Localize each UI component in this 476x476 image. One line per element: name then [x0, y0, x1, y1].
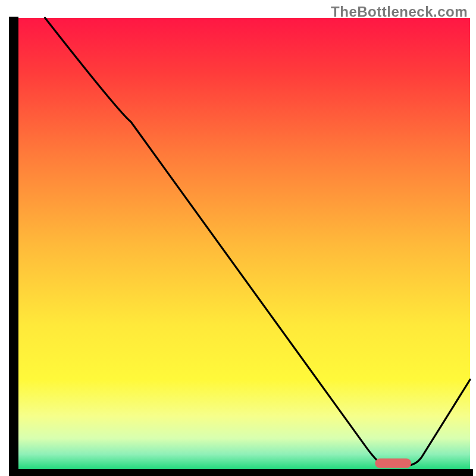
y-axis [9, 17, 18, 471]
x-axis [9, 469, 473, 476]
chart-container: TheBottleneck.com [0, 0, 476, 476]
plot-background [18, 18, 470, 470]
plateau-marker [375, 459, 411, 468]
bottleneck-chart [0, 0, 476, 476]
